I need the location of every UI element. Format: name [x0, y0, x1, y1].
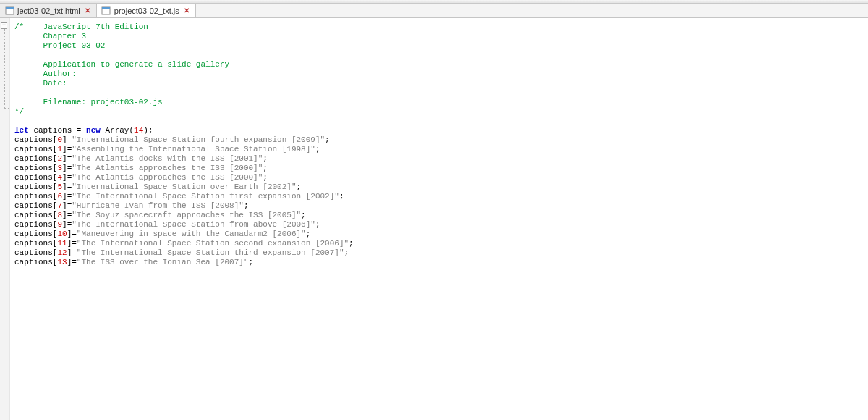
semicolon: ; [315, 145, 320, 154]
tab-label: project03-02_txt.js [114, 7, 179, 15]
fold-end [4, 108, 9, 109]
bracket: ] [62, 135, 67, 144]
semicolon: ; [263, 173, 268, 182]
string-literal: "Hurricane Ivan from the ISS [2008]" [72, 201, 244, 210]
number: 13 [57, 258, 67, 266]
identifier: captions [14, 192, 53, 201]
semicolon: ; [344, 248, 349, 257]
fold-toggle-icon[interactable]: − [1, 22, 7, 29]
comment-line: Application to generate a slide gallery [43, 60, 229, 69]
code-area[interactable]: /* JavaScript 7th Edition Chapter 3 Proj… [10, 18, 868, 420]
identifier: captions [14, 164, 53, 172]
paren: ) [143, 126, 148, 135]
identifier: captions [14, 239, 53, 248]
file-html-icon [4, 6, 14, 16]
string-literal: "The ISS over the Ionian Sea [2007]" [77, 258, 249, 266]
string-literal: "The International Space Station first e… [72, 192, 339, 201]
bracket: ] [62, 173, 67, 182]
close-icon[interactable]: ✕ [83, 7, 92, 15]
semicolon: ; [306, 230, 311, 238]
string-literal: "The International Space Station from ab… [72, 220, 315, 229]
semicolon: ; [244, 201, 249, 210]
comment-close: */ [14, 107, 24, 116]
semicolon: ; [148, 126, 153, 135]
identifier: captions [14, 173, 53, 182]
bracket: ] [62, 164, 67, 172]
semicolon: ; [315, 220, 320, 229]
identifier: captions [14, 230, 53, 238]
identifier: captions [14, 201, 53, 210]
string-literal: "The Atlantis approaches the ISS [2000]" [72, 173, 263, 182]
tab-js[interactable]: project03-02_txt.js ✕ [97, 4, 196, 17]
semicolon: ; [325, 135, 330, 144]
string-literal: "International Space Station over Earth … [72, 182, 296, 191]
string-literal: "The Atlantis approaches the ISS [2000]" [72, 164, 263, 172]
identifier: captions [14, 220, 53, 229]
close-icon[interactable]: ✕ [182, 7, 191, 15]
semicolon: ; [248, 258, 253, 266]
bracket: ] [62, 192, 67, 201]
string-literal: "International Space Station fourth expa… [72, 135, 325, 144]
tab-html[interactable]: ject03-02_txt.html ✕ [0, 4, 97, 17]
number: 11 [57, 239, 67, 248]
identifier: Array [101, 126, 129, 135]
comment-line: Author: [43, 70, 77, 78]
tab-bar: ject03-02_txt.html ✕ project03-02_txt.js… [0, 4, 868, 18]
comment-line: Filename: project03-02.js [43, 98, 163, 106]
number: 14 [134, 126, 143, 135]
identifier: captions [14, 154, 53, 163]
editor[interactable]: − /* JavaScript 7th Edition Chapter 3 Pr… [0, 18, 868, 420]
semicolon: ; [349, 239, 354, 248]
string-literal: "The Soyuz spacecraft approaches the ISS… [72, 211, 301, 219]
identifier: captions [14, 182, 53, 191]
semicolon: ; [297, 182, 302, 191]
semicolon: ; [301, 211, 306, 219]
identifier: captions [14, 258, 53, 266]
semicolon: ; [263, 154, 268, 163]
string-literal: "Maneuvering in space with the Canadarm2… [77, 230, 306, 238]
keyword-let: let [14, 126, 29, 135]
semicolon: ; [263, 164, 268, 172]
string-literal: "The Atlantis docks with the ISS [2001]" [72, 154, 263, 163]
gutter: − [0, 18, 10, 420]
comment-line: Project 03-02 [43, 41, 106, 50]
svg-rect-3 [102, 7, 110, 9]
bracket: ] [62, 211, 67, 219]
operator: = [72, 239, 77, 248]
string-literal: "Assembling the International Space Stat… [72, 145, 315, 154]
bracket: ] [62, 201, 67, 210]
svg-rect-1 [6, 7, 14, 9]
operator: = [72, 230, 77, 238]
tab-label: ject03-02_txt.html [17, 7, 80, 15]
identifier: captions [14, 211, 53, 219]
string-literal: "The International Space Station second … [77, 239, 349, 248]
semicolon: ; [339, 192, 344, 201]
operator: = [72, 126, 86, 135]
string-literal: "The International Space Station third e… [77, 248, 344, 257]
file-js-icon [101, 6, 111, 16]
operator: = [72, 248, 77, 257]
bracket: ] [62, 154, 67, 163]
comment-line: Chapter 3 [43, 32, 86, 41]
identifier: captions [33, 126, 72, 135]
comment-line: JavaScript 7th Edition [43, 22, 148, 31]
operator: = [72, 258, 77, 266]
fold-guide [4, 29, 5, 108]
number: 12 [57, 248, 67, 257]
comment-open: /* [14, 22, 24, 31]
number: 10 [57, 230, 67, 238]
identifier: captions [14, 248, 53, 257]
bracket: ] [62, 145, 67, 154]
bracket: ] [62, 182, 67, 191]
keyword-new: new [86, 126, 101, 135]
identifier: captions [14, 135, 53, 144]
comment-line: Date: [43, 79, 67, 88]
identifier: captions [14, 145, 53, 154]
bracket: ] [62, 220, 67, 229]
